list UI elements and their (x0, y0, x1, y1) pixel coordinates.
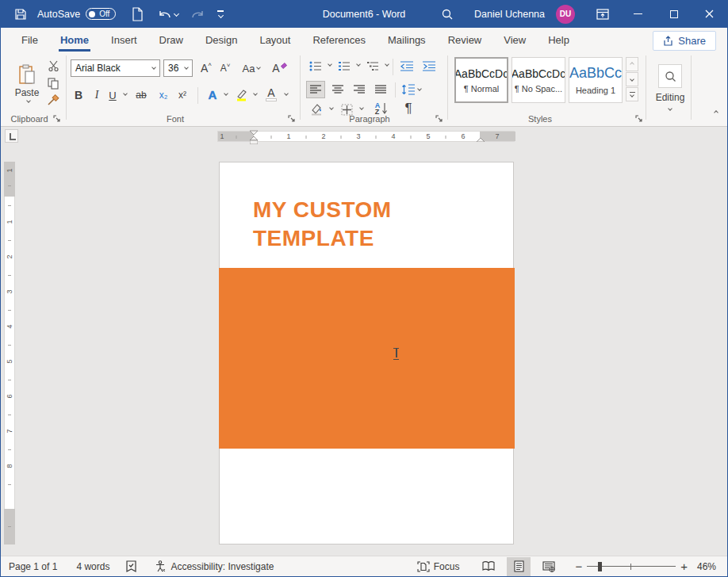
strikethrough-button[interactable]: ab (132, 87, 150, 103)
zoom-slider[interactable] (587, 557, 676, 576)
copy-button[interactable] (45, 76, 61, 90)
align-right-button[interactable] (350, 81, 369, 98)
font-size-select[interactable]: 36 (163, 59, 193, 77)
style-no-spacing[interactable]: AaBbCcDc ¶ No Spac... (512, 57, 565, 103)
highlight-color-button[interactable] (232, 86, 250, 103)
collapse-ribbon-icon[interactable] (714, 110, 718, 115)
superscript-button[interactable]: x² (174, 87, 191, 103)
zoom-slider-handle[interactable] (598, 562, 602, 571)
tab-draw[interactable]: Draw (148, 29, 194, 52)
tab-help[interactable]: Help (537, 29, 580, 52)
show-hide-pilcrow-button[interactable]: ¶ (399, 100, 418, 117)
zoom-out-button[interactable]: − (575, 560, 582, 573)
print-layout-button[interactable] (507, 557, 531, 576)
align-left-button[interactable] (306, 81, 325, 98)
align-center-button[interactable] (328, 81, 347, 98)
orange-rectangle-shape[interactable] (219, 268, 515, 449)
undo-dropdown-icon[interactable] (174, 11, 179, 17)
justify-button[interactable] (371, 81, 390, 98)
styles-dialog-launcher[interactable] (635, 115, 644, 124)
tab-home[interactable]: Home (49, 29, 100, 52)
zoom-in-button[interactable]: + (680, 560, 688, 573)
horizontal-ruler[interactable]: 1 1 2 3 4 5 6 7 (217, 131, 515, 142)
cut-button[interactable] (45, 59, 61, 73)
avatar[interactable]: DU (556, 5, 575, 24)
numbering-button[interactable] (335, 59, 353, 73)
right-indent-marker[interactable] (477, 137, 485, 142)
styles-gallery-expand-button[interactable] (626, 87, 638, 101)
line-spacing-button[interactable] (400, 81, 422, 98)
share-button[interactable]: Share (653, 31, 716, 51)
tab-references[interactable]: References (301, 29, 376, 52)
subscript-button[interactable]: x₂ (155, 87, 172, 103)
tab-selector[interactable] (5, 129, 18, 143)
document-page[interactable]: MY CUSTOM TEMPLATE (219, 162, 514, 545)
tab-mailings[interactable]: Mailings (377, 29, 437, 52)
undo-button[interactable] (158, 8, 178, 21)
clear-formatting-button[interactable]: A (270, 59, 289, 77)
underline-button[interactable]: U (105, 87, 120, 103)
bold-button[interactable]: B (71, 87, 86, 103)
styles-scroll-down-button[interactable] (626, 72, 638, 86)
shading-button[interactable] (307, 101, 326, 117)
accessibility-status[interactable]: Accessibility: Investigate (155, 560, 274, 572)
shading-dropdown-icon[interactable] (329, 105, 334, 110)
document-area[interactable]: 1 1 2 3 4 5 6 7 8 MY CUSTOM TEMPLATE (1, 144, 727, 556)
clipboard-dialog-launcher[interactable] (53, 115, 62, 124)
zoom-percentage[interactable]: 46% (697, 561, 716, 572)
tab-design[interactable]: Design (194, 29, 248, 52)
grow-font-button[interactable]: A˄ (197, 59, 215, 77)
tab-layout[interactable]: Layout (248, 29, 301, 52)
web-layout-button[interactable] (537, 557, 561, 576)
borders-dropdown-icon[interactable] (359, 105, 364, 110)
change-case-button[interactable]: Aa (239, 59, 264, 77)
underline-dropdown-icon[interactable] (123, 91, 128, 96)
multilevel-list-button[interactable] (364, 59, 381, 73)
page-indicator[interactable]: Page 1 of 1 (9, 561, 57, 572)
read-mode-button[interactable] (477, 557, 500, 576)
indent-markers[interactable] (250, 130, 258, 146)
tab-view[interactable]: View (492, 29, 537, 52)
increase-indent-button[interactable] (420, 59, 439, 73)
paste-dropdown-icon[interactable] (26, 98, 31, 103)
document-title-text[interactable]: MY CUSTOM TEMPLATE (253, 196, 469, 253)
italic-button[interactable]: I (90, 87, 104, 103)
font-name-select[interactable]: Arial Black (71, 59, 160, 77)
font-color-button[interactable]: A (262, 86, 280, 103)
paste-button[interactable]: Paste (10, 55, 44, 111)
autosave-toggle[interactable]: Off (86, 8, 116, 20)
multilevel-dropdown-icon[interactable] (385, 62, 389, 67)
tab-review[interactable]: Review (437, 29, 493, 52)
font-color-dropdown-icon[interactable] (284, 91, 289, 96)
tab-insert[interactable]: Insert (100, 29, 148, 52)
tab-file[interactable]: File (10, 29, 49, 52)
vertical-ruler[interactable]: 1 1 2 3 4 5 6 7 8 (4, 144, 15, 548)
styles-scroll-up-button[interactable] (626, 57, 638, 71)
highlight-dropdown-icon[interactable] (253, 91, 258, 96)
user-name[interactable]: Daniel Uchenna (474, 9, 545, 20)
text-effects-dropdown-icon[interactable] (224, 91, 228, 96)
text-effects-button[interactable]: A (204, 86, 221, 103)
bullets-button[interactable] (307, 59, 324, 73)
editing-button[interactable]: Editing (656, 57, 684, 117)
focus-button[interactable]: Focus (417, 561, 460, 572)
search-icon[interactable] (441, 8, 454, 21)
new-document-icon[interactable] (132, 7, 144, 21)
close-button[interactable] (692, 0, 727, 28)
format-painter-button[interactable] (45, 92, 61, 108)
shrink-font-button[interactable]: A˅ (216, 59, 234, 77)
paragraph-dialog-launcher[interactable] (435, 115, 444, 124)
ribbon-display-options-icon[interactable] (584, 0, 620, 28)
decrease-indent-button[interactable] (397, 59, 416, 73)
minimize-button[interactable] (620, 0, 656, 28)
style-heading1[interactable]: AaBbCc Heading 1 (569, 57, 623, 103)
proofing-icon[interactable] (125, 560, 137, 573)
numbering-dropdown-icon[interactable] (356, 62, 361, 67)
font-dialog-launcher[interactable] (288, 115, 297, 124)
word-count[interactable]: 4 words (76, 561, 109, 572)
save-icon[interactable] (13, 7, 28, 21)
maximize-button[interactable] (656, 0, 692, 28)
style-normal[interactable]: AaBbCcDc ¶ Normal (454, 57, 508, 103)
quick-access-customize-icon[interactable] (217, 10, 224, 17)
bullets-dropdown-icon[interactable] (328, 62, 332, 67)
